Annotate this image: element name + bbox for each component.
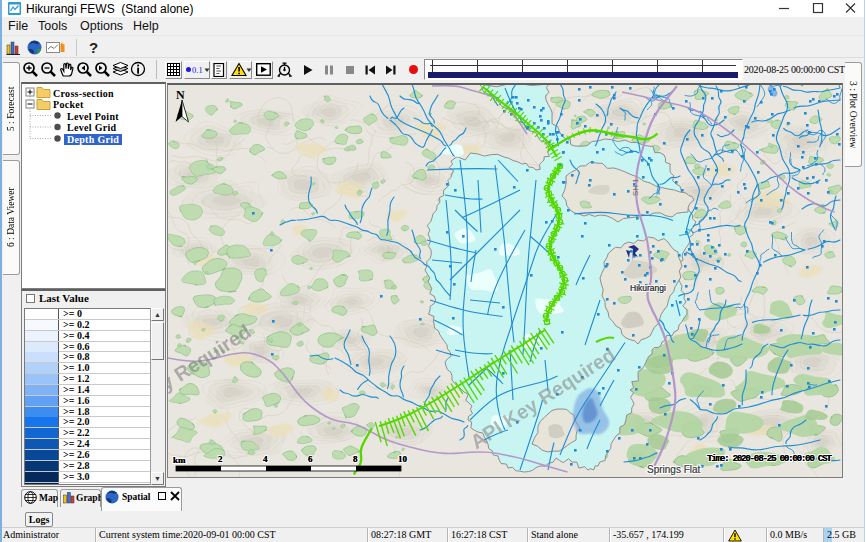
svg-text:Time: 2020-08-25 00:00:00 CST: Time: 2020-08-25 00:00:00 CST (707, 453, 832, 464)
svg-text:Hikurangi: Hikurangi (630, 283, 666, 293)
svg-text:10: 10 (398, 454, 408, 464)
svg-text:N: N (176, 88, 185, 102)
svg-text:Springs Flat: Springs Flat (647, 464, 701, 475)
svg-text:8: 8 (353, 454, 358, 464)
svg-text:SH 1: SH 1 (631, 178, 640, 196)
svg-text:6: 6 (308, 454, 313, 464)
svg-text:2: 2 (218, 454, 223, 464)
svg-text:km: km (173, 455, 186, 465)
svg-text:4: 4 (263, 454, 268, 464)
